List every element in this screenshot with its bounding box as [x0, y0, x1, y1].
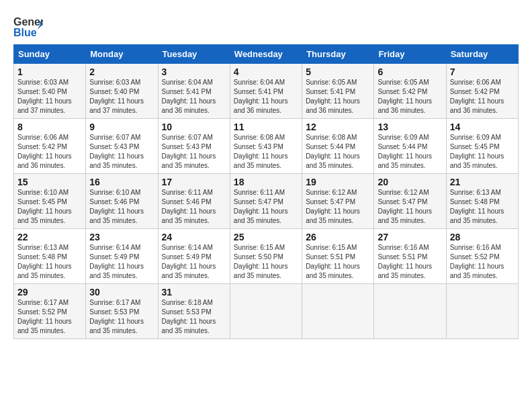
calendar-day-header: Saturday: [446, 45, 518, 64]
day-number: 5: [306, 66, 370, 77]
day-info: Sunrise: 6:05 AM Sunset: 5:41 PM Dayligh…: [306, 78, 370, 116]
calendar-week-row: 15Sunrise: 6:10 AM Sunset: 5:45 PM Dayli…: [14, 174, 519, 229]
day-number: 21: [450, 177, 515, 187]
calendar-cell: 23Sunrise: 6:14 AM Sunset: 5:49 PM Dayli…: [86, 229, 158, 284]
calendar-cell: 5Sunrise: 6:05 AM Sunset: 5:41 PM Daylig…: [302, 64, 374, 119]
calendar-cell: 11Sunrise: 6:08 AM Sunset: 5:43 PM Dayli…: [230, 119, 302, 174]
day-number: 27: [378, 232, 442, 242]
day-number: 30: [89, 287, 154, 298]
calendar-cell: 19Sunrise: 6:12 AM Sunset: 5:47 PM Dayli…: [302, 174, 374, 229]
day-info: Sunrise: 6:10 AM Sunset: 5:45 PM Dayligh…: [17, 188, 82, 226]
calendar-cell: 7Sunrise: 6:06 AM Sunset: 5:42 PM Daylig…: [446, 64, 518, 119]
calendar-day-header: Sunday: [14, 45, 86, 64]
calendar-cell: 13Sunrise: 6:09 AM Sunset: 5:44 PM Dayli…: [374, 119, 446, 174]
day-number: 17: [162, 177, 226, 187]
day-info: Sunrise: 6:04 AM Sunset: 5:41 PM Dayligh…: [162, 78, 226, 116]
logo-icon: General Blue: [13, 13, 43, 38]
calendar-cell: [374, 284, 446, 339]
calendar-cell: 8Sunrise: 6:06 AM Sunset: 5:42 PM Daylig…: [14, 119, 86, 174]
calendar-cell: 2Sunrise: 6:03 AM Sunset: 5:40 PM Daylig…: [86, 64, 158, 119]
day-info: Sunrise: 6:08 AM Sunset: 5:44 PM Dayligh…: [306, 133, 370, 171]
day-number: 7: [450, 66, 515, 77]
calendar-week-row: 29Sunrise: 6:17 AM Sunset: 5:52 PM Dayli…: [14, 284, 519, 339]
day-number: 4: [234, 66, 298, 77]
day-info: Sunrise: 6:13 AM Sunset: 5:48 PM Dayligh…: [450, 188, 515, 226]
calendar-day-header: Friday: [374, 45, 446, 64]
calendar-cell: 22Sunrise: 6:13 AM Sunset: 5:48 PM Dayli…: [14, 229, 86, 284]
calendar-cell: 29Sunrise: 6:17 AM Sunset: 5:52 PM Dayli…: [14, 284, 86, 339]
day-info: Sunrise: 6:15 AM Sunset: 5:50 PM Dayligh…: [234, 243, 298, 281]
day-number: 6: [378, 66, 442, 77]
calendar-cell: 12Sunrise: 6:08 AM Sunset: 5:44 PM Dayli…: [302, 119, 374, 174]
calendar-cell: 17Sunrise: 6:11 AM Sunset: 5:46 PM Dayli…: [158, 174, 230, 229]
calendar-cell: 10Sunrise: 6:07 AM Sunset: 5:43 PM Dayli…: [158, 119, 230, 174]
day-number: 26: [306, 232, 370, 242]
day-number: 18: [234, 177, 298, 187]
calendar-cell: 16Sunrise: 6:10 AM Sunset: 5:46 PM Dayli…: [86, 174, 158, 229]
day-number: 1: [17, 66, 82, 77]
calendar-week-row: 22Sunrise: 6:13 AM Sunset: 5:48 PM Dayli…: [14, 229, 519, 284]
day-info: Sunrise: 6:15 AM Sunset: 5:51 PM Dayligh…: [306, 243, 370, 281]
day-number: 22: [17, 232, 82, 242]
day-number: 10: [162, 122, 226, 132]
calendar-cell: [302, 284, 374, 339]
calendar-cell: [446, 284, 518, 339]
day-number: 12: [306, 122, 370, 132]
calendar-cell: 6Sunrise: 6:05 AM Sunset: 5:42 PM Daylig…: [374, 64, 446, 119]
calendar-day-header: Tuesday: [158, 45, 230, 64]
day-number: 2: [89, 66, 154, 77]
day-number: 11: [234, 122, 298, 132]
calendar-cell: 9Sunrise: 6:07 AM Sunset: 5:43 PM Daylig…: [86, 119, 158, 174]
day-number: 24: [162, 232, 226, 242]
calendar-cell: 14Sunrise: 6:09 AM Sunset: 5:45 PM Dayli…: [446, 119, 518, 174]
calendar-week-row: 8Sunrise: 6:06 AM Sunset: 5:42 PM Daylig…: [14, 119, 519, 174]
day-number: 31: [162, 287, 226, 298]
day-number: 9: [89, 122, 154, 132]
day-number: 25: [234, 232, 298, 242]
day-number: 28: [450, 232, 515, 242]
day-info: Sunrise: 6:14 AM Sunset: 5:49 PM Dayligh…: [89, 243, 154, 281]
calendar-day-header: Monday: [86, 45, 158, 64]
calendar-cell: 25Sunrise: 6:15 AM Sunset: 5:50 PM Dayli…: [230, 229, 302, 284]
calendar-cell: [230, 284, 302, 339]
calendar-cell: 1Sunrise: 6:03 AM Sunset: 5:40 PM Daylig…: [14, 64, 86, 119]
day-info: Sunrise: 6:07 AM Sunset: 5:43 PM Dayligh…: [89, 133, 154, 171]
day-number: 20: [378, 177, 442, 187]
day-info: Sunrise: 6:11 AM Sunset: 5:46 PM Dayligh…: [162, 188, 226, 226]
day-info: Sunrise: 6:13 AM Sunset: 5:48 PM Dayligh…: [17, 243, 82, 281]
calendar-day-header: Thursday: [302, 45, 374, 64]
calendar-cell: 15Sunrise: 6:10 AM Sunset: 5:45 PM Dayli…: [14, 174, 86, 229]
day-info: Sunrise: 6:12 AM Sunset: 5:47 PM Dayligh…: [378, 188, 442, 226]
calendar-cell: 18Sunrise: 6:11 AM Sunset: 5:47 PM Dayli…: [230, 174, 302, 229]
day-info: Sunrise: 6:09 AM Sunset: 5:44 PM Dayligh…: [378, 133, 442, 171]
calendar-cell: 31Sunrise: 6:18 AM Sunset: 5:53 PM Dayli…: [158, 284, 230, 339]
day-info: Sunrise: 6:03 AM Sunset: 5:40 PM Dayligh…: [89, 78, 154, 116]
calendar-table: SundayMondayTuesdayWednesdayThursdayFrid…: [13, 44, 519, 339]
calendar-cell: 20Sunrise: 6:12 AM Sunset: 5:47 PM Dayli…: [374, 174, 446, 229]
svg-text:Blue: Blue: [13, 27, 37, 38]
day-number: 8: [17, 122, 82, 132]
calendar-cell: 4Sunrise: 6:04 AM Sunset: 5:41 PM Daylig…: [230, 64, 302, 119]
day-info: Sunrise: 6:11 AM Sunset: 5:47 PM Dayligh…: [234, 188, 298, 226]
day-info: Sunrise: 6:16 AM Sunset: 5:52 PM Dayligh…: [450, 243, 515, 281]
calendar-week-row: 1Sunrise: 6:03 AM Sunset: 5:40 PM Daylig…: [14, 64, 519, 119]
calendar-header-row: SundayMondayTuesdayWednesdayThursdayFrid…: [14, 45, 519, 64]
day-number: 13: [378, 122, 442, 132]
day-info: Sunrise: 6:03 AM Sunset: 5:40 PM Dayligh…: [17, 78, 82, 116]
day-info: Sunrise: 6:05 AM Sunset: 5:42 PM Dayligh…: [378, 78, 442, 116]
calendar-day-header: Wednesday: [230, 45, 302, 64]
day-number: 16: [89, 177, 154, 187]
calendar-cell: 21Sunrise: 6:13 AM Sunset: 5:48 PM Dayli…: [446, 174, 518, 229]
day-number: 3: [162, 66, 226, 77]
calendar-cell: 24Sunrise: 6:14 AM Sunset: 5:49 PM Dayli…: [158, 229, 230, 284]
day-number: 15: [17, 177, 82, 187]
day-number: 14: [450, 122, 515, 132]
day-info: Sunrise: 6:06 AM Sunset: 5:42 PM Dayligh…: [450, 78, 515, 116]
day-number: 19: [306, 177, 370, 187]
logo: General Blue: [13, 13, 43, 38]
day-info: Sunrise: 6:09 AM Sunset: 5:45 PM Dayligh…: [450, 133, 515, 171]
day-info: Sunrise: 6:14 AM Sunset: 5:49 PM Dayligh…: [162, 243, 226, 281]
day-info: Sunrise: 6:12 AM Sunset: 5:47 PM Dayligh…: [306, 188, 370, 226]
day-info: Sunrise: 6:04 AM Sunset: 5:41 PM Dayligh…: [234, 78, 298, 116]
day-info: Sunrise: 6:10 AM Sunset: 5:46 PM Dayligh…: [89, 188, 154, 226]
